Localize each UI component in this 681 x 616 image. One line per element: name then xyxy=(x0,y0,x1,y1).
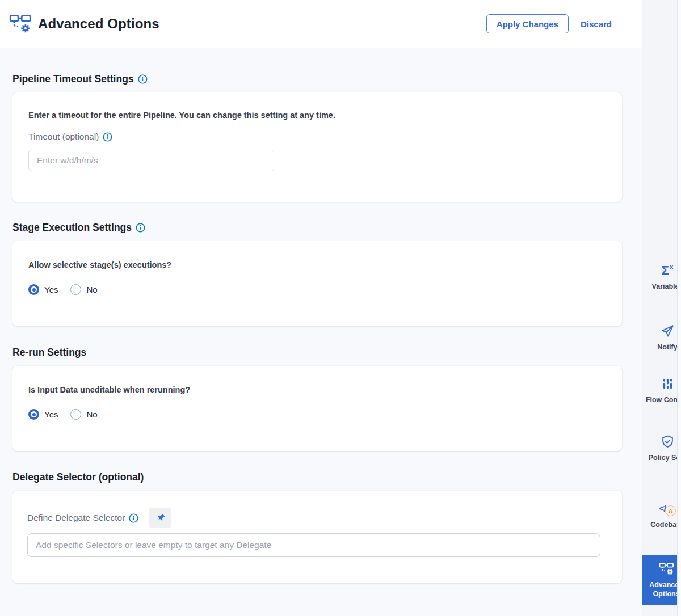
delegate-selector-input[interactable] xyxy=(27,533,600,557)
sidebar-item-flow-control[interactable]: Flow Control xyxy=(644,376,681,404)
radio-icon xyxy=(28,284,39,295)
right-panel-edge xyxy=(677,0,681,616)
delegate-selector-card: Define Delegate Selector xyxy=(12,491,622,583)
sidebar-item-advanced-options[interactable]: Advanced Options xyxy=(642,555,681,605)
sidebar-item-label: Policy Sets xyxy=(644,453,681,462)
radio-label: No xyxy=(86,285,97,294)
delegate-label-row: Define Delegate Selector xyxy=(27,508,607,528)
sidebar-item-policy-sets[interactable]: Policy Sets xyxy=(644,434,681,462)
stage-execution-card: Allow selective stage(s) executions? Yes… xyxy=(12,241,622,326)
sidebar-item-label: Flow Control xyxy=(644,395,681,404)
delegate-field-label: Define Delegate Selector xyxy=(27,513,125,523)
stage-execution-heading-text: Stage Execution Settings xyxy=(12,221,132,234)
panel-header: Advanced Options Apply Changes Discard xyxy=(0,0,642,48)
pushpin-icon xyxy=(153,510,168,526)
info-icon[interactable] xyxy=(129,513,138,523)
pin-delegate-button[interactable] xyxy=(149,508,171,528)
section-heading-delegate-selector: Delegate Selector (optional) xyxy=(12,471,622,483)
apply-changes-button[interactable]: Apply Changes xyxy=(486,14,569,33)
sidebar-item-variables[interactable]: Σx Variables xyxy=(644,263,681,291)
stage-execution-radio-group: Yes No xyxy=(28,284,606,295)
timeout-field-label: Timeout (optional) xyxy=(28,132,99,142)
radio-label: Yes xyxy=(44,285,58,294)
section-heading-rerun: Re-run Settings xyxy=(12,346,622,358)
flowchart-gear-icon xyxy=(659,561,674,576)
sidebar-item-label: Notify xyxy=(644,343,681,352)
radio-icon xyxy=(70,284,81,295)
advanced-options-panel: Pipeline Timeout Settings Enter a timeou… xyxy=(0,48,642,616)
pipeline-timeout-card: Enter a timeout for the entire Pipeline.… xyxy=(12,92,622,202)
radio-icon xyxy=(70,409,81,420)
timeout-description: Enter a timeout for the entire Pipeline.… xyxy=(28,111,606,120)
radio-option-no[interactable]: No xyxy=(70,409,97,420)
sidebar-item-notify[interactable]: Notify xyxy=(644,323,681,352)
right-toolbar: Σx Variables Notify Flow Control Policy … xyxy=(642,0,681,616)
radio-option-no[interactable]: No xyxy=(70,284,97,295)
info-icon[interactable] xyxy=(138,74,148,84)
radio-icon xyxy=(28,409,39,420)
sidebar-item-codebase[interactable]: </ Codebase xyxy=(644,501,681,529)
info-icon[interactable] xyxy=(136,223,145,233)
timeout-label-row: Timeout (optional) xyxy=(28,132,606,142)
sidebar-item-label: Variables xyxy=(644,282,681,291)
rerun-heading-text: Re-run Settings xyxy=(12,346,86,358)
paper-plane-icon xyxy=(660,323,675,339)
sliders-icon xyxy=(661,376,674,391)
radio-label: Yes xyxy=(44,410,58,419)
timeout-input[interactable] xyxy=(28,150,274,171)
discard-button[interactable]: Discard xyxy=(581,19,612,29)
rerun-question: Is Input Data uneditable when rerunning? xyxy=(28,385,606,394)
section-heading-stage-execution: Stage Execution Settings xyxy=(12,221,622,234)
stage-execution-question: Allow selective stage(s) executions? xyxy=(28,260,606,269)
page-title: Advanced Options xyxy=(38,16,159,32)
advanced-options-icon xyxy=(9,13,33,35)
sigma-x-icon: Σx xyxy=(662,263,674,278)
shield-check-icon xyxy=(661,434,675,449)
sidebar-item-label: Codebase xyxy=(644,520,681,529)
section-heading-pipeline-timeout: Pipeline Timeout Settings xyxy=(12,73,622,85)
pipeline-timeout-heading-text: Pipeline Timeout Settings xyxy=(12,73,134,85)
radio-option-yes[interactable]: Yes xyxy=(28,284,58,295)
code-warning-icon: </ xyxy=(659,501,676,516)
radio-label: No xyxy=(86,410,97,419)
radio-option-yes[interactable]: Yes xyxy=(28,409,58,420)
sidebar-item-label: Advanced Options xyxy=(642,580,681,598)
rerun-card: Is Input Data uneditable when rerunning?… xyxy=(12,366,622,451)
info-icon[interactable] xyxy=(103,132,112,142)
rerun-radio-group: Yes No xyxy=(28,409,606,420)
delegate-heading-text: Delegate Selector (optional) xyxy=(12,471,144,483)
